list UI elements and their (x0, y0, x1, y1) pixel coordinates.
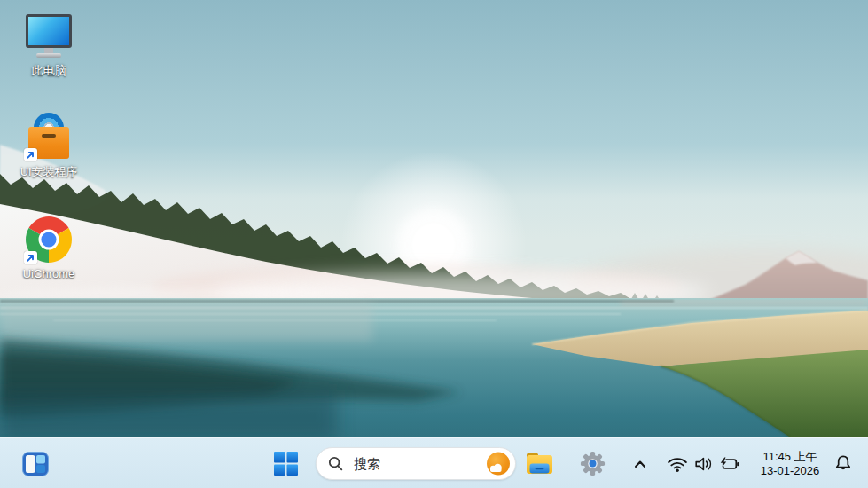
start-icon (274, 452, 298, 476)
hidden-icons-button[interactable] (626, 438, 654, 488)
search-box[interactable] (316, 447, 516, 480)
desktop-icon-label: 此电脑 (32, 63, 66, 79)
desktop-icon-label: UiChrome (23, 267, 75, 280)
desktop-icon-ui-installer[interactable]: Ui安装程序 (11, 112, 87, 180)
settings-gear-icon (579, 450, 606, 477)
file-explorer-button[interactable] (521, 438, 557, 488)
wifi-icon (666, 453, 689, 474)
desktop-screen: 此电脑 Ui安装程序 UiChrome (0, 0, 868, 488)
notification-bell-icon (833, 453, 854, 475)
installer-icon (24, 112, 74, 161)
shortcut-arrow-icon (24, 148, 37, 161)
widgets-button[interactable] (18, 438, 53, 488)
file-explorer-icon (525, 452, 554, 476)
chrome-icon (24, 215, 74, 264)
battery-button[interactable] (715, 438, 745, 488)
taskbar: 11:45 上午 13-01-2026 (0, 437, 868, 488)
volume-icon (693, 454, 716, 474)
clock-time: 11:45 上午 (762, 450, 817, 463)
desktop-icon-label: Ui安装程序 (20, 164, 77, 180)
wifi-button[interactable] (663, 438, 692, 488)
search-icon (327, 455, 344, 472)
wallpaper-image (0, 0, 868, 488)
desktop-icon-this-pc[interactable]: 此电脑 (11, 11, 87, 79)
shortcut-arrow-icon (24, 251, 37, 264)
this-pc-icon (24, 11, 74, 60)
widgets-icon (22, 452, 49, 476)
clock-date: 13-01-2026 (761, 464, 820, 477)
clock[interactable]: 11:45 上午 13-01-2026 (752, 438, 828, 488)
notifications-button[interactable] (828, 438, 858, 488)
settings-button[interactable] (575, 438, 610, 488)
desktop-icon-ui-chrome[interactable]: UiChrome (11, 215, 87, 280)
weather-icon[interactable] (486, 452, 511, 476)
battery-charging-icon (717, 454, 742, 474)
chevron-up-icon (631, 455, 649, 473)
start-button[interactable] (268, 438, 303, 488)
search-input[interactable] (352, 455, 486, 472)
